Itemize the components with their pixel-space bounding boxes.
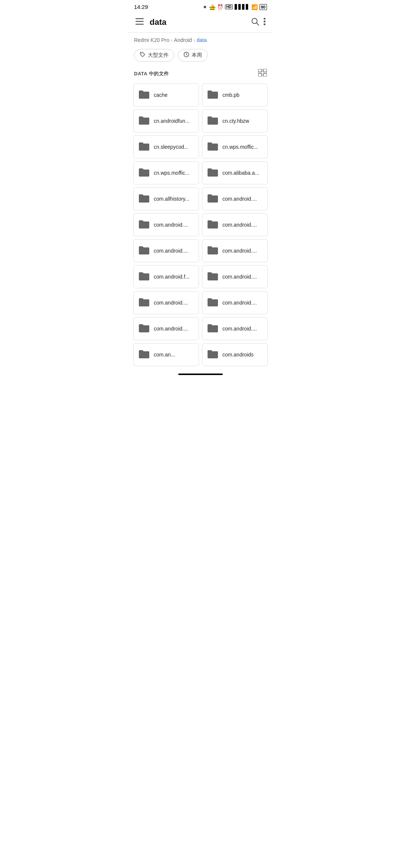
folder-icon [207,167,219,179]
file-item[interactable]: com.android.... [202,265,268,288]
nav-pill [178,374,223,375]
file-name: cache [154,92,167,98]
file-item[interactable]: cn.cty.hbzw [202,109,268,132]
folder-icon [138,297,150,309]
file-item[interactable]: com.allhistory... [133,187,199,210]
file-name: com.alibaba.a... [222,170,259,176]
file-name: com.android.... [222,222,257,228]
wifi-icon: 📶 [251,4,258,10]
file-item[interactable]: com.android.... [202,239,268,262]
folder-icon [207,141,219,153]
folder-icon [138,115,150,127]
file-name: cn.androidfun... [154,118,190,124]
file-name: com.android.... [222,248,257,254]
file-item[interactable]: com.android.... [133,213,199,236]
breadcrumb-sep-0: › [171,37,173,43]
file-name: com.android.... [154,222,188,228]
file-name: cn.sleepycod... [154,144,188,150]
file-item[interactable]: cache [133,83,199,106]
svg-rect-13 [263,73,267,76]
menu-button[interactable] [133,16,146,29]
folder-icon [207,219,219,231]
folder-icon [138,89,150,101]
status-icons: ✶ 🔔 ⏰ HD ▋▋▋▋ 📶 80 [203,4,267,10]
folder-icon [207,323,219,335]
alarm-icon: ⏰ [217,4,223,10]
search-button[interactable] [249,15,261,29]
svg-point-7 [264,23,265,25]
view-toggle-button[interactable] [258,69,267,78]
folder-icon [138,193,150,205]
filter-this-week-label: 本周 [192,52,202,59]
svg-rect-12 [258,73,262,76]
tag-icon [140,52,146,59]
more-options-button[interactable] [261,16,268,29]
folder-icon [138,141,150,153]
file-item[interactable]: com.android.... [202,317,268,340]
nav-bar [128,371,273,379]
svg-rect-10 [258,69,262,72]
breadcrumb-item-2[interactable]: data [197,37,207,43]
folder-icon [138,167,150,179]
hd-icon: HD [225,4,232,9]
folder-icon [138,349,150,361]
filter-chip-large-files[interactable]: 大型文件 [134,49,174,62]
svg-rect-1 [136,21,144,22]
folder-icon [207,245,219,257]
file-name: com.android.f... [154,274,190,280]
file-name: com.allhistory... [154,196,189,202]
file-item[interactable]: com.alibaba.a... [202,161,268,184]
file-item[interactable]: cmb.pb [202,83,268,106]
file-name: cn.wps.moffic... [154,170,189,176]
file-item[interactable]: cn.androidfun... [133,109,199,132]
svg-point-6 [264,21,265,23]
file-item[interactable]: com.an... [133,343,199,366]
battery-icon: 80 [260,4,267,10]
folder-icon [207,115,219,127]
svg-rect-11 [263,69,267,72]
file-name: com.android.... [154,248,188,254]
file-item[interactable]: com.android.... [133,291,199,314]
file-name: com.android.... [222,196,257,202]
filter-bar: 大型文件 本周 [128,46,273,66]
section-title: DATA 中的文件 [134,70,169,77]
file-name: cmb.pb [222,92,239,98]
folder-icon [138,219,150,231]
file-item[interactable]: com.android.... [133,317,199,340]
file-item[interactable]: com.android.... [202,213,268,236]
folder-icon [207,271,219,283]
breadcrumb-item-0[interactable]: Redmi K20 Pro [134,37,169,43]
folder-icon [207,89,219,101]
folder-icon [138,271,150,283]
filter-large-files-label: 大型文件 [148,52,169,59]
section-header: DATA 中的文件 [128,66,273,82]
status-bar: 14:29 ✶ 🔔 ⏰ HD ▋▋▋▋ 📶 80 [128,0,273,12]
file-name: com.android.... [154,326,188,332]
svg-point-5 [264,18,265,20]
file-item[interactable]: cn.wps.moffic... [133,161,199,184]
file-item[interactable]: com.android.... [202,291,268,314]
file-item[interactable]: com.androids [202,343,268,366]
svg-line-4 [257,23,259,25]
folder-icon [207,193,219,205]
file-name: cn.wps.moffic... [222,144,258,150]
file-item[interactable]: cn.wps.moffic... [202,135,268,158]
svg-point-8 [141,53,142,54]
breadcrumb-item-1[interactable]: Android [174,37,192,43]
breadcrumb: Redmi K20 Pro › Android › data [128,33,273,46]
filter-chip-this-week[interactable]: 本周 [178,49,208,62]
clock-icon [183,52,189,59]
file-item[interactable]: cn.sleepycod... [133,135,199,158]
file-name: com.androids [222,352,254,358]
toolbar: data [128,12,273,33]
status-time: 14:29 [134,4,148,10]
file-name: com.an... [154,352,175,358]
folder-icon [138,245,150,257]
folder-icon [207,349,219,361]
file-item[interactable]: com.android.... [133,239,199,262]
signal-icon: ▋▋▋▋ [235,4,250,10]
file-item[interactable]: com.android.f... [133,265,199,288]
svg-rect-0 [136,18,144,19]
folder-icon [207,297,219,309]
file-item[interactable]: com.android.... [202,187,268,210]
